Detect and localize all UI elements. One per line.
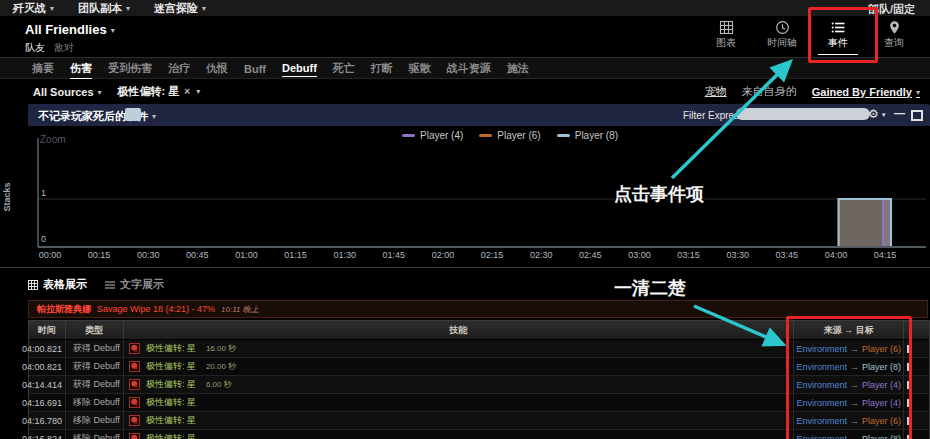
debuff-duration: 6.00 秒	[206, 379, 232, 390]
gear-icon[interactable]: ⚙	[868, 107, 879, 121]
nav-raids[interactable]: 团队副本▾	[78, 1, 130, 16]
tab-summary[interactable]: 摘要	[32, 58, 54, 78]
table-row[interactable]: 04:16.780移除 Debuff极性偏转: 星Environment→Pla…	[29, 412, 929, 430]
list-icon	[810, 19, 866, 35]
pets-toggle[interactable]: 宠物	[705, 84, 727, 99]
filter-expression-input[interactable]	[736, 108, 870, 120]
spell-link[interactable]: 极性偏转: 星	[146, 414, 196, 427]
table-row[interactable]: 04:16.691移除 Debuff极性偏转: 星Environment→Pla…	[29, 394, 929, 412]
view-timeline-button[interactable]: 时间轴	[754, 19, 810, 55]
col-header-type[interactable]: 类型	[66, 321, 124, 339]
fight-title-bar[interactable]: 帕拉斯雅典娜 Savage Wipe 18 (4:21) - 47% 10:11…	[28, 300, 928, 318]
source-link[interactable]: Environment	[796, 434, 847, 439]
page-title[interactable]: All Friendlies▾	[25, 22, 115, 37]
tab-damage-taken[interactable]: 受到伤害	[108, 58, 152, 78]
table-row[interactable]: 04:14.414获得 Debuff极性偏转: 星6.00 秒Environme…	[29, 376, 929, 394]
source-link[interactable]: Environment	[796, 380, 847, 390]
tab-buffs[interactable]: Buff	[244, 60, 266, 77]
target-link[interactable]: Player (6)	[862, 344, 901, 354]
clipped-column-cell	[904, 376, 929, 393]
spell-link[interactable]: 极性偏转: 星	[146, 378, 196, 391]
nav-annihilation[interactable]: 歼灭战▾	[13, 1, 54, 16]
table-display-button[interactable]: 表格展示	[28, 277, 87, 292]
col-header-source-target[interactable]: 来源 → 目标	[794, 321, 904, 339]
event-ability: 极性偏转: 星6.00 秒	[124, 376, 794, 393]
minimize-icon[interactable]: —	[894, 107, 905, 119]
top-nav-bar: 歼灭战▾ 团队副本▾ 迷宫探险▾	[0, 0, 930, 17]
target-link[interactable]: Player (6)	[862, 416, 901, 426]
event-type: 移除 Debuff	[66, 430, 124, 439]
x-tick-label: 00:45	[186, 250, 209, 260]
table-row[interactable]: 04:00.821获得 Debuff极性偏转: 星20.00 秒Environm…	[29, 358, 929, 376]
view-queries-button[interactable]: 查询	[866, 19, 922, 55]
spell-link[interactable]: 极性偏转: 星	[146, 396, 196, 409]
col-header-ability[interactable]: 技能	[124, 321, 795, 339]
event-time: 04:00.821	[29, 358, 66, 375]
chart-panel-header: 不记录玩家死后的事件▾ Filter Expression: ⚙ ▾ —	[28, 104, 930, 126]
view-charts-button[interactable]: 图表	[698, 19, 754, 55]
view-charts-label: 图表	[698, 36, 754, 50]
tab-dispels[interactable]: 驱散	[409, 58, 431, 78]
tab-deaths[interactable]: 死亡	[333, 58, 355, 78]
clipped-content	[907, 417, 910, 425]
clipped-content	[907, 381, 910, 389]
x-tick-label: 02:15	[481, 250, 504, 260]
col-header-time[interactable]: 时间	[29, 321, 66, 339]
subtab-friendlies[interactable]: 队友	[25, 41, 45, 55]
event-type: 获得 Debuff	[66, 358, 124, 375]
x-tick-label: 02:30	[530, 250, 553, 260]
sources-dropdown[interactable]: All Sources▾	[33, 86, 102, 98]
remove-filter-icon[interactable]: ×	[184, 86, 190, 97]
caret-down-icon: ▾	[916, 88, 920, 97]
gained-by-dropdown[interactable]: Gained By Friendly▾	[812, 86, 920, 98]
spell-filter-chip[interactable]: 极性偏转: 星×▾	[118, 84, 201, 99]
tab-threat[interactable]: 仇恨	[206, 58, 228, 78]
tab-healing[interactable]: 治疗	[168, 58, 190, 78]
spell-link[interactable]: 极性偏转: 星	[146, 342, 196, 355]
color-swatch[interactable]	[125, 108, 141, 121]
tab-debuffs[interactable]: Debuff	[282, 59, 317, 77]
target-link[interactable]: Player (8)	[862, 362, 901, 372]
warcraftlogs-events-view: 歼灭战▾ 团队副本▾ 迷宫探险▾ 部队/固定 All Friendlies▾ 队…	[0, 0, 930, 439]
guild-team-label[interactable]: 部队/固定	[868, 2, 930, 17]
source-target-cell: Environment→Player (6)	[794, 412, 904, 429]
spell-link[interactable]: 极性偏转: 星	[146, 432, 196, 439]
event-type: 移除 Debuff	[66, 412, 124, 429]
view-events-label: 事件	[810, 36, 866, 50]
source-target-cell: Environment→Player (4)	[794, 376, 904, 393]
source-link[interactable]: Environment	[796, 344, 847, 354]
source-target-cell: Environment→Player (8)	[794, 358, 904, 375]
source-target-cell: Environment→Player (4)	[794, 394, 904, 411]
debuff-spell-icon	[129, 343, 140, 354]
event-ability: 极性偏转: 星20.00 秒	[124, 358, 794, 375]
fight-detail: Savage Wipe 18 (4:21) - 47%	[97, 304, 215, 314]
tab-interrupts[interactable]: 打断	[371, 58, 393, 78]
event-time: 04:16.780	[29, 412, 66, 429]
caret-down-icon: ▾	[882, 111, 886, 119]
source-link[interactable]: Environment	[796, 416, 847, 426]
nav-dungeons[interactable]: 迷宫探险▾	[154, 1, 206, 16]
target-link[interactable]: Player (8)	[862, 434, 901, 439]
spell-link[interactable]: 极性偏转: 星	[146, 360, 196, 373]
subtab-enemies[interactable]: 敌对	[54, 41, 74, 55]
table-row[interactable]: 04:00.821获得 Debuff极性偏转: 星16.00 秒Environm…	[29, 340, 929, 358]
stacks-chart[interactable]: Player (4) Player (6) Player (8) Zoom St…	[0, 126, 930, 267]
caret-down-icon: ▾	[50, 4, 54, 13]
from-self-toggle[interactable]: 来自自身的	[742, 84, 797, 99]
table-header-row: 时间 类型 技能 来源 → 目标	[29, 321, 929, 340]
tab-damage-done[interactable]: 伤害	[70, 58, 92, 79]
target-link[interactable]: Player (4)	[862, 398, 901, 408]
event-ability: 极性偏转: 星	[124, 394, 794, 411]
tab-resources[interactable]: 战斗资源	[447, 58, 491, 78]
tab-casts[interactable]: 施法	[507, 58, 529, 78]
clipped-column-cell	[904, 430, 929, 439]
table-row[interactable]: 04:16.824移除 Debuff极性偏转: 星Environment→Pla…	[29, 430, 929, 439]
source-link[interactable]: Environment	[796, 362, 847, 372]
source-link[interactable]: Environment	[796, 398, 847, 408]
x-tick-label: 03:30	[726, 250, 749, 260]
fight-time: 10:11 晚上	[221, 304, 259, 315]
view-events-button[interactable]: 事件	[810, 19, 866, 55]
target-link[interactable]: Player (4)	[862, 380, 901, 390]
maximize-icon[interactable]	[911, 110, 923, 121]
text-display-button[interactable]: 文字展示	[105, 277, 164, 292]
